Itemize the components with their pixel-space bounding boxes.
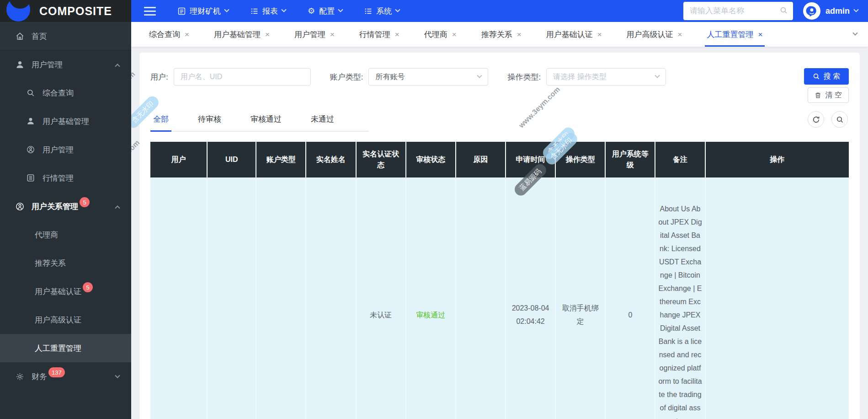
tab-combined-query[interactable]: 综合查询× bbox=[137, 22, 202, 47]
sidebar-item-label: 用户管理 bbox=[32, 59, 63, 70]
close-icon[interactable]: × bbox=[185, 31, 189, 38]
badge: 5 bbox=[83, 282, 93, 292]
close-icon[interactable]: × bbox=[330, 31, 335, 38]
sidebar-group-user-relation-mgmt[interactable]: 用户关系管理 5 bbox=[0, 192, 131, 220]
sidebar-item-agent[interactable]: 代理商 bbox=[0, 220, 131, 249]
tab-market-mgmt[interactable]: 行情管理× bbox=[347, 22, 412, 47]
col-header-action: 操作 bbox=[705, 142, 849, 177]
cell-real-name bbox=[306, 177, 356, 419]
col-header-reason: 原因 bbox=[456, 142, 506, 177]
search-button[interactable]: 搜 索 bbox=[804, 68, 849, 85]
filter-actions: 搜 索 清 空 bbox=[804, 68, 849, 103]
sidebar-item-market-mgmt[interactable]: 行情管理 bbox=[0, 164, 131, 192]
table-tools bbox=[808, 111, 848, 128]
op-type-select[interactable]: 请选择 操作类型 bbox=[546, 68, 666, 86]
cell-account-type bbox=[256, 177, 306, 419]
tab-label: 人工重置管理 bbox=[707, 29, 754, 40]
nav-item-config[interactable]: ⚙ 配置 bbox=[308, 6, 342, 16]
refresh-button[interactable] bbox=[808, 111, 824, 128]
tab-label: 用户高级认证 bbox=[627, 29, 673, 40]
sidebar-item-user-base-auth[interactable]: 用户基础认证 5 bbox=[0, 277, 131, 306]
status-tab-pending[interactable]: 待审核 bbox=[195, 114, 224, 131]
tab-user-base-mgmt[interactable]: 用户基础管理× bbox=[202, 22, 282, 47]
close-icon[interactable]: × bbox=[678, 31, 682, 38]
badge: 137 bbox=[48, 367, 65, 377]
user-icon bbox=[15, 60, 25, 69]
chevron-down-icon bbox=[115, 373, 120, 378]
table-search-button[interactable] bbox=[831, 111, 848, 128]
chevron-down-icon bbox=[477, 73, 482, 78]
close-icon[interactable]: × bbox=[452, 31, 457, 38]
col-header-audit-status: 审核状态 bbox=[406, 142, 456, 177]
close-icon[interactable]: × bbox=[265, 31, 270, 38]
sidebar-item-label: 行情管理 bbox=[43, 173, 74, 183]
sidebar-item-user-mgmt[interactable]: 用户管理 bbox=[0, 135, 131, 164]
account-type-value: 所有账号 bbox=[375, 72, 405, 82]
col-header-apply-time: 申请时间 bbox=[506, 142, 555, 177]
cell-apply-time: 2023-08-04 02:04:42 bbox=[506, 177, 555, 419]
avatar-person-icon bbox=[806, 5, 818, 17]
search-icon bbox=[26, 89, 36, 97]
nav-item-finance-machine[interactable]: 理财矿机 bbox=[178, 6, 229, 16]
sidebar-item-user-base-mgmt[interactable]: 用户基础管理 bbox=[0, 107, 131, 135]
search-icon[interactable] bbox=[780, 6, 788, 16]
sidebar-item-label: 用户关系管理 bbox=[32, 201, 78, 212]
nav-item-system[interactable]: 系统 bbox=[364, 6, 399, 16]
col-header-op-type: 操作类型 bbox=[555, 142, 605, 177]
status-tab-rejected[interactable]: 未通过 bbox=[308, 114, 337, 131]
tab-manual-reset[interactable]: 人工重置管理× bbox=[695, 22, 775, 47]
menu-search-input[interactable] bbox=[689, 6, 780, 16]
tab-user-base-auth[interactable]: 用户基础认证× bbox=[534, 22, 614, 47]
sidebar-item-label: 综合查询 bbox=[43, 88, 74, 98]
chevron-down-icon bbox=[395, 7, 400, 12]
tab-agent[interactable]: 代理商× bbox=[412, 22, 469, 47]
sidebar-item-combined-query[interactable]: 综合查询 bbox=[0, 79, 131, 107]
nav-item-reports[interactable]: 报表 bbox=[250, 6, 286, 16]
tab-user-adv-auth[interactable]: 用户高级认证× bbox=[614, 22, 695, 47]
sidebar-item-user-adv-auth[interactable]: 用户高级认证 bbox=[0, 306, 131, 334]
refresh-icon bbox=[812, 116, 820, 124]
close-icon[interactable]: × bbox=[597, 31, 602, 38]
sidebar-group-finance[interactable]: 财务 137 bbox=[0, 362, 131, 391]
hamburger-menu-icon[interactable] bbox=[144, 7, 156, 16]
main-content: 用户: 账户类型: 所有账号 操作类型: 请选择 操作类型 bbox=[131, 47, 868, 419]
clear-button[interactable]: 清 空 bbox=[808, 87, 849, 103]
sidebar: 首页 用户管理 综合查询 用户基础管理 用户管理 行情管理 bbox=[0, 22, 131, 419]
chevron-down-icon bbox=[281, 7, 286, 12]
tab-referral[interactable]: 推荐关系× bbox=[469, 22, 534, 47]
close-icon[interactable]: × bbox=[517, 31, 522, 38]
sidebar-item-referral[interactable]: 推荐关系 bbox=[0, 249, 131, 277]
op-type-label: 操作类型: bbox=[507, 72, 541, 82]
sidebar-group-user-mgmt[interactable]: 用户管理 bbox=[0, 50, 131, 79]
close-icon[interactable]: × bbox=[395, 31, 399, 38]
tab-label: 行情管理 bbox=[359, 29, 390, 40]
user-menu-chevron-icon[interactable] bbox=[853, 7, 858, 12]
col-header-user: 用户 bbox=[150, 142, 207, 177]
username[interactable]: admin bbox=[825, 6, 850, 16]
sidebar-item-manual-reset[interactable]: 人工重置管理 bbox=[0, 334, 131, 362]
tab-label: 推荐关系 bbox=[481, 29, 512, 40]
search-icon bbox=[813, 73, 820, 80]
sidebar-item-label: 人工重置管理 bbox=[35, 343, 81, 354]
sidebar-item-label: 代理商 bbox=[35, 230, 58, 240]
tab-user-mgmt[interactable]: 用户管理× bbox=[282, 22, 347, 47]
clear-button-label: 清 空 bbox=[825, 91, 841, 100]
sidebar-item-home[interactable]: 首页 bbox=[0, 22, 131, 50]
table-row[interactable]: 未认证 审核通过 2023-08-04 02:04:42 取消手机绑定 0 Ab… bbox=[150, 177, 849, 419]
sidebar-item-label: 用户基础管理 bbox=[43, 116, 89, 127]
filter-op-type: 操作类型: 请选择 操作类型 bbox=[507, 68, 666, 86]
user-filter-input[interactable] bbox=[174, 68, 311, 86]
status-tab-all[interactable]: 全部 bbox=[150, 114, 171, 131]
avatar[interactable] bbox=[803, 2, 820, 20]
cell-action bbox=[705, 177, 849, 419]
user-icon bbox=[26, 117, 36, 125]
status-tab-approved[interactable]: 审核通过 bbox=[248, 114, 284, 131]
nav-item-label: 理财矿机 bbox=[190, 6, 221, 16]
col-header-user-level: 用户系统等级 bbox=[605, 142, 655, 177]
page-tab-bar: 综合查询× 用户基础管理× 用户管理× 行情管理× 代理商× 推荐关系× 用户基… bbox=[131, 22, 868, 47]
trash-icon bbox=[815, 92, 821, 99]
close-icon[interactable]: × bbox=[758, 31, 763, 38]
account-type-select[interactable]: 所有账号 bbox=[368, 68, 488, 86]
tab-overflow-chevron-icon[interactable] bbox=[842, 22, 868, 47]
status-tabs: 全部 待审核 审核通过 未通过 bbox=[150, 114, 369, 132]
